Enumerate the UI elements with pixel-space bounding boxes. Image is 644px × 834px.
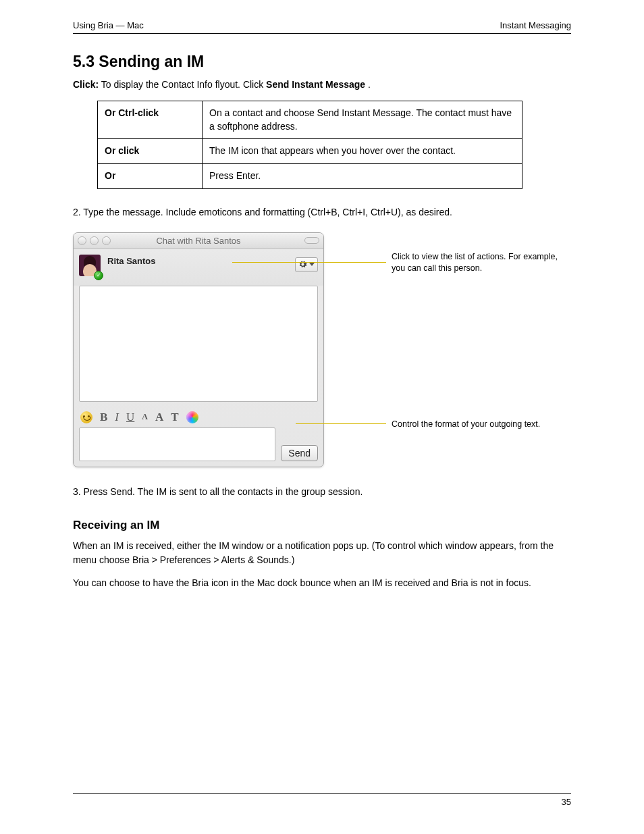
recv-body-a: When an IM is received, either the IM wi…: [73, 539, 571, 567]
format-toolbar: B I U A A T: [74, 409, 323, 427]
avatar-wrap: [79, 255, 102, 278]
step2-num: 2.: [73, 207, 81, 217]
font-larger-button[interactable]: A: [155, 411, 163, 424]
row3-right: Press Enter.: [203, 164, 522, 189]
step2-text: Type the message. Include emoticons and …: [83, 207, 452, 217]
callout-label-1: Click to view the list of actions. For e…: [392, 251, 560, 274]
titlebar: Chat with Rita Santos: [74, 233, 323, 249]
color-picker-button[interactable]: [186, 411, 198, 423]
header-rule: [73, 33, 571, 34]
contact-name: Rita Santos: [107, 255, 156, 266]
callout-line-1: [232, 262, 386, 263]
row2-right: The IM icon that appears when you hover …: [203, 139, 522, 164]
options-table: Or Ctrl-click On a contact and choose Se…: [97, 101, 522, 188]
click-desc-b: Send Instant Message: [266, 79, 365, 90]
dropdown-caret-icon: [309, 263, 315, 266]
step-3: 3. Press Send. The IM is sent to all the…: [73, 485, 571, 498]
emoji-button[interactable]: [80, 411, 92, 423]
font-style-button[interactable]: T: [171, 411, 178, 424]
row1-right: On a contact and choose Send Instant Mes…: [203, 101, 522, 139]
italic-button[interactable]: I: [115, 411, 119, 424]
actions-menu-button[interactable]: [295, 257, 318, 272]
step-2: 2. Type the message. Include emoticons a…: [73, 205, 571, 219]
presence-available-icon: [94, 271, 103, 280]
step3-text: Press Send. The IM is sent to all the co…: [84, 486, 363, 497]
chat-window: Chat with Rita Santos Rita Santos B I: [73, 232, 324, 467]
table-row: Or click The IM icon that appears when y…: [98, 139, 522, 164]
page-number: 35: [562, 797, 571, 807]
row2-left: Or click: [98, 139, 203, 164]
running-footer: 35: [73, 793, 571, 807]
contact-bar: Rita Santos: [74, 249, 323, 286]
window-minimize-button[interactable]: [90, 236, 99, 245]
row3-left: Or: [98, 164, 203, 189]
font-smaller-button[interactable]: A: [142, 412, 148, 422]
header-right: Instant Messaging: [500, 20, 571, 30]
message-input[interactable]: [79, 427, 275, 461]
bold-button[interactable]: B: [100, 411, 107, 424]
intro-line: Click: To display the Contact Info flyou…: [73, 78, 571, 91]
conversation-area[interactable]: [79, 286, 318, 402]
subhead-receiving: Receiving an IM: [73, 519, 571, 532]
underline-button[interactable]: U: [126, 411, 134, 424]
header-left: Using Bria — Mac: [73, 20, 144, 30]
callout-label-2: Control the format of your outgoing text…: [392, 419, 560, 430]
row1-left: Or Ctrl-click: [98, 101, 203, 139]
click-label: Click:: [73, 79, 99, 90]
send-button[interactable]: Send: [281, 445, 318, 461]
callout-line-2: [296, 423, 386, 424]
window-close-button[interactable]: [78, 236, 86, 245]
click-desc-a: To display the Contact Info flyout. Clic…: [101, 79, 266, 90]
table-row: Or Ctrl-click On a contact and choose Se…: [98, 101, 522, 139]
step3-num: 3.: [73, 486, 81, 497]
click-desc-c: .: [368, 79, 371, 90]
window-title: Chat with Rita Santos: [74, 236, 323, 246]
table-row: Or Press Enter.: [98, 164, 522, 189]
window-pill-button[interactable]: [304, 237, 319, 244]
recv-body-b: You can choose to have the Bria icon in …: [73, 576, 571, 590]
section-title: 5.3 Sending an IM: [73, 53, 571, 71]
window-zoom-button[interactable]: [102, 236, 111, 245]
